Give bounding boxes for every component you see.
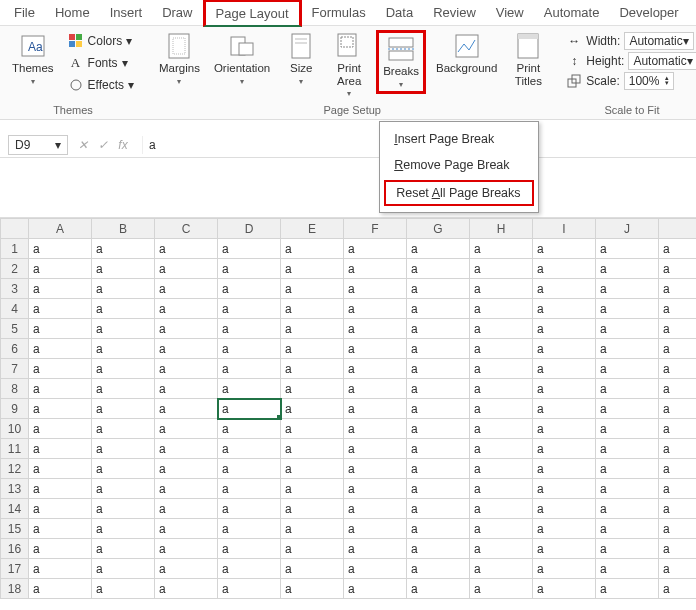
col-header[interactable] — [659, 219, 697, 239]
cell[interactable]: a — [596, 559, 659, 579]
cell[interactable]: a — [470, 239, 533, 259]
margins-button[interactable]: Margins▾ — [155, 30, 204, 88]
cell[interactable]: a — [218, 279, 281, 299]
cell[interactable]: a — [659, 519, 697, 539]
row-header[interactable]: 4 — [1, 299, 29, 319]
cell[interactable]: a — [218, 359, 281, 379]
fonts-button[interactable]: AFonts ▾ — [64, 52, 138, 74]
cell[interactable]: a — [533, 499, 596, 519]
cell[interactable]: a — [533, 299, 596, 319]
cell[interactable]: a — [659, 299, 697, 319]
cell[interactable]: a — [155, 499, 218, 519]
row-header[interactable]: 14 — [1, 499, 29, 519]
cell[interactable]: a — [470, 319, 533, 339]
cell[interactable]: a — [407, 239, 470, 259]
cell[interactable]: a — [281, 299, 344, 319]
row-header[interactable]: 8 — [1, 379, 29, 399]
width-select[interactable]: Automatic▾ — [624, 32, 693, 50]
cell[interactable]: a — [344, 419, 407, 439]
row-header[interactable]: 17 — [1, 559, 29, 579]
cell[interactable]: a — [218, 399, 281, 419]
cell[interactable]: a — [659, 359, 697, 379]
cell[interactable]: a — [344, 539, 407, 559]
cell[interactable]: a — [155, 519, 218, 539]
cell[interactable]: a — [407, 399, 470, 419]
cell[interactable]: a — [155, 239, 218, 259]
cell[interactable]: a — [596, 359, 659, 379]
cell[interactable]: a — [92, 419, 155, 439]
cell[interactable]: a — [29, 539, 92, 559]
cell[interactable]: a — [92, 399, 155, 419]
cell[interactable]: a — [281, 519, 344, 539]
remove-page-break[interactable]: Remove Page Break — [380, 152, 538, 178]
cell[interactable]: a — [470, 439, 533, 459]
cell[interactable]: a — [29, 519, 92, 539]
cell[interactable]: a — [218, 559, 281, 579]
cell[interactable]: a — [281, 459, 344, 479]
cell[interactable]: a — [155, 279, 218, 299]
print-area-button[interactable]: Print Area▾ — [328, 30, 370, 100]
row-header[interactable]: 18 — [1, 579, 29, 599]
cell[interactable]: a — [281, 239, 344, 259]
cell[interactable]: a — [344, 499, 407, 519]
cell[interactable]: a — [659, 459, 697, 479]
row-header[interactable]: 6 — [1, 339, 29, 359]
cell[interactable]: a — [533, 239, 596, 259]
col-header[interactable]: C — [155, 219, 218, 239]
cell[interactable]: a — [470, 259, 533, 279]
cell[interactable]: a — [470, 579, 533, 599]
cell[interactable]: a — [344, 319, 407, 339]
cell[interactable]: a — [659, 559, 697, 579]
cell[interactable]: a — [92, 239, 155, 259]
cell[interactable]: a — [407, 499, 470, 519]
cell[interactable]: a — [218, 259, 281, 279]
cell[interactable]: a — [407, 339, 470, 359]
name-box[interactable]: D9▾ — [8, 135, 68, 155]
cell[interactable]: a — [92, 359, 155, 379]
cell[interactable]: a — [29, 299, 92, 319]
orientation-button[interactable]: Orientation▾ — [210, 30, 274, 88]
cancel-icon[interactable]: ✕ — [74, 138, 92, 152]
tab-review[interactable]: Review — [423, 1, 486, 24]
cell[interactable]: a — [659, 399, 697, 419]
cell[interactable]: a — [29, 579, 92, 599]
cell[interactable]: a — [29, 479, 92, 499]
tab-page-layout[interactable]: Page Layout — [203, 0, 302, 27]
cell[interactable]: a — [659, 479, 697, 499]
cell[interactable]: a — [218, 379, 281, 399]
size-button[interactable]: Size▾ — [280, 30, 322, 88]
cell[interactable]: a — [155, 359, 218, 379]
tab-developer[interactable]: Developer — [609, 1, 688, 24]
cell[interactable]: a — [155, 339, 218, 359]
row-header[interactable]: 13 — [1, 479, 29, 499]
cell[interactable]: a — [155, 479, 218, 499]
cell[interactable]: a — [344, 459, 407, 479]
cell[interactable]: a — [596, 419, 659, 439]
cell[interactable]: a — [155, 399, 218, 419]
cell[interactable]: a — [92, 299, 155, 319]
cell[interactable]: a — [281, 379, 344, 399]
cell[interactable]: a — [281, 579, 344, 599]
cell[interactable]: a — [218, 239, 281, 259]
tab-insert[interactable]: Insert — [100, 1, 153, 24]
cell[interactable]: a — [596, 259, 659, 279]
cell[interactable]: a — [659, 279, 697, 299]
cell[interactable]: a — [407, 539, 470, 559]
cell[interactable]: a — [470, 299, 533, 319]
cell[interactable]: a — [407, 419, 470, 439]
col-header[interactable]: J — [596, 219, 659, 239]
reset-all-page-breaks[interactable]: Reset All Page Breaks — [384, 180, 534, 206]
spreadsheet-grid[interactable]: ABCDEFGHIJ1aaaaaaaaaaa2aaaaaaaaaaa3aaaaa… — [0, 218, 696, 599]
cell[interactable]: a — [533, 459, 596, 479]
cell[interactable]: a — [218, 299, 281, 319]
tab-formulas[interactable]: Formulas — [302, 1, 376, 24]
cell[interactable]: a — [29, 399, 92, 419]
cell[interactable]: a — [470, 419, 533, 439]
cell[interactable]: a — [92, 479, 155, 499]
cell[interactable]: a — [407, 439, 470, 459]
cell[interactable]: a — [155, 419, 218, 439]
cell[interactable]: a — [407, 279, 470, 299]
cell[interactable]: a — [29, 239, 92, 259]
cell[interactable]: a — [659, 499, 697, 519]
cell[interactable]: a — [596, 379, 659, 399]
